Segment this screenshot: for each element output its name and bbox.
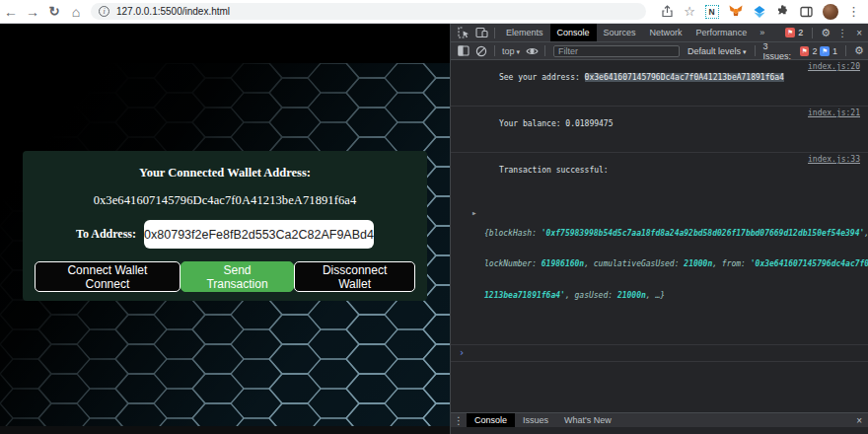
disconnect-wallet-button[interactable]: Dissconnect Wallet [294,261,415,292]
address-bar[interactable]: i 127.0.0.1:5500/index.html [91,3,646,20]
console-filter-input[interactable] [553,45,680,57]
issues-counter[interactable]: 3 Issues: ⚑ 2 ⚑ 1 [760,41,841,61]
issues-label: 3 Issues: [763,41,797,61]
wallet-buttons-row: Connect Wallet Connect Send Transaction … [23,261,427,292]
drawer-tab-bar: ⋮ Console Issues What's New × [451,412,868,427]
tab-performance[interactable]: Performance [689,24,755,41]
selected-address-text: 0x3e641607145796Dc4ac7f0A41213beA71891f6… [585,73,784,82]
share-icon[interactable] [660,4,675,19]
browser-toolbar: ← → ↻ ⌂ i 127.0.0.1:5500/index.html ☆ N [0,0,868,24]
prompt-chevron-icon: › [459,347,465,358]
page-viewport: Your Connected Wallet Address: 0x3e64160… [0,24,450,434]
wallet-card-title: Your Connected Wallet Address: [23,166,427,181]
console-log: See your address: 0x3e641607145796Dc4ac7… [451,60,868,362]
drawer-tab-whats-new[interactable]: What's New [556,413,619,427]
device-toolbar-icon[interactable] [472,24,490,41]
devtools-tab-bar: Elements Console Sources Network Perform… [451,24,868,42]
devtools-close-icon[interactable]: × [850,28,868,38]
send-transaction-button[interactable]: Send Transaction [181,261,294,292]
drawer-content [451,427,868,434]
devtools-drawer: ⋮ Console Issues What's New × [451,412,868,434]
to-address-label: To Address: [76,227,136,242]
to-address-input[interactable] [144,220,374,249]
tab-network[interactable]: Network [643,24,689,41]
browser-menu-icon[interactable]: ⋮ [847,4,860,19]
drawer-close-icon[interactable]: × [850,415,868,426]
issues-error-count: 2 [812,46,817,56]
log-levels-selector[interactable]: Default levels▾ [684,46,751,56]
back-icon[interactable]: ← [0,1,22,23]
error-count-badge[interactable]: ⚑ 2 [780,28,808,37]
issue-error-flag-icon: ⚑ [800,46,810,56]
context-selector[interactable]: top▾ [499,46,523,56]
to-address-row: To Address: [23,220,427,249]
connected-wallet-address: 0x3e641607145796Dc4ac7f0A41213beA71891f6… [23,193,427,208]
console-sidebar-icon[interactable] [455,42,472,59]
url-text[interactable]: 127.0.0.1:5500/index.html [116,6,230,17]
source-link[interactable]: index.js:20 [808,62,860,73]
home-icon[interactable]: ⌂ [65,1,87,23]
blue-wallet-extension-icon[interactable] [752,4,766,19]
toolbar-actions: ☆ N [656,4,868,20]
drawer-menu-icon[interactable]: ⋮ [451,415,467,426]
more-tabs-icon[interactable]: » [754,28,770,37]
extension-n-icon[interactable]: N [704,4,719,19]
source-link[interactable]: index.js:21 [808,108,860,119]
chevron-down-icon: ▾ [743,48,747,55]
forward-icon[interactable]: → [22,1,43,23]
drawer-tab-console[interactable]: Console [467,413,515,427]
inspect-element-icon[interactable] [455,24,472,41]
tab-console[interactable]: Console [550,24,597,41]
clear-console-icon[interactable] [472,42,490,59]
extensions-puzzle-icon[interactable] [775,4,790,19]
connect-wallet-button[interactable]: Connect Wallet Connect [35,261,181,292]
console-settings-icon[interactable]: ⚙ [850,42,868,59]
expand-arrow-icon[interactable]: ▶ [472,208,476,219]
side-panel-icon[interactable] [799,4,814,19]
eye-icon[interactable] [523,42,541,59]
error-flag-icon: ⚑ [785,28,795,37]
tab-elements[interactable]: Elements [499,24,550,41]
issue-info-flag-icon: ⚑ [820,46,830,56]
console-message-balance: Your balance: 0.01899475 index.js:21 [451,107,868,153]
transaction-object-preview[interactable]: ▶ {blockHash: '0xf75983998b54d5c7aa18fd8… [470,197,860,322]
devtools-settings-icon[interactable]: ⚙ [817,24,834,41]
devtools-menu-icon[interactable]: ⋮ [834,28,850,38]
page-bottom-strip [0,426,450,434]
site-info-icon[interactable]: i [99,6,109,17]
tab-sources[interactable]: Sources [597,24,643,41]
chevron-down-icon: ▾ [517,48,521,55]
console-message-transaction: Transaction successful: index.js:33 ▶ {b… [451,153,868,345]
devtools-panel: Elements Console Sources Network Perform… [450,24,868,434]
metamask-icon[interactable] [728,4,743,19]
source-link[interactable]: index.js:33 [808,155,860,166]
error-count: 2 [798,28,803,37]
console-prompt[interactable]: › [451,345,868,362]
console-message-address: See your address: 0x3e641607145796Dc4ac7… [451,60,868,107]
reload-icon[interactable]: ↻ [43,1,65,23]
extension-n-letter: N [705,5,719,19]
issues-info-count: 1 [832,46,837,56]
drawer-tab-issues[interactable]: Issues [515,413,556,427]
bookmark-star-icon[interactable]: ☆ [684,4,695,19]
profile-avatar[interactable] [823,4,838,20]
console-toolbar: top▾ Default levels▾ 3 Issues: ⚑ 2 ⚑ 1 ⚙ [451,42,868,60]
wallet-card: Your Connected Wallet Address: 0x3e64160… [23,151,427,301]
